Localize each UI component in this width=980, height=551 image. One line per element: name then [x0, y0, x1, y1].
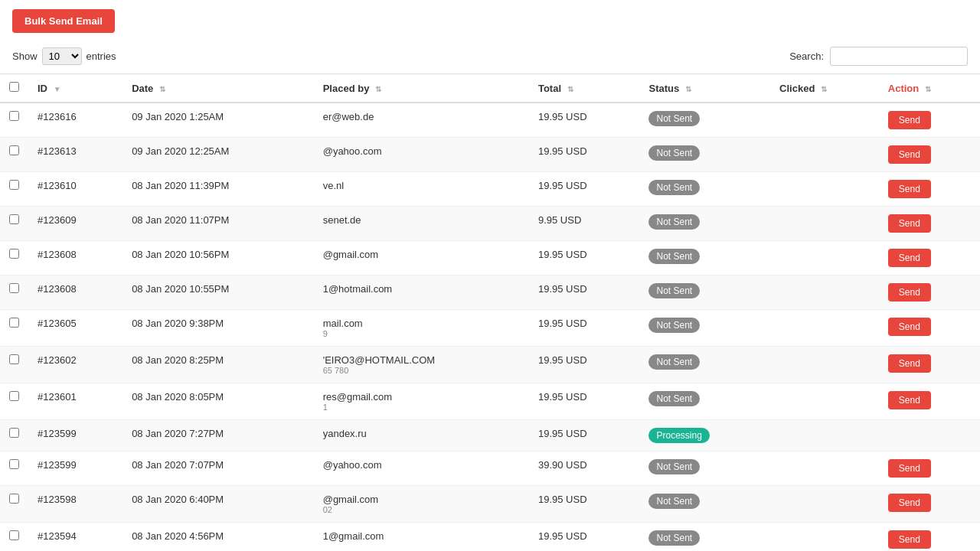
row-status: Not Sent: [639, 310, 770, 347]
send-button[interactable]: Send: [888, 145, 931, 164]
row-action: [879, 420, 980, 452]
status-badge: Not Sent: [648, 180, 700, 195]
header-placed-by: Placed by ⇅: [314, 74, 529, 103]
row-placed-by: er@web.de: [314, 103, 529, 138]
row-total: 19.95 USD: [529, 103, 640, 138]
row-checkbox[interactable]: [9, 180, 19, 190]
row-date: 08 Jan 2020 7:07PM: [122, 452, 314, 486]
select-all-checkbox[interactable]: [9, 82, 19, 92]
row-checkbox[interactable]: [9, 283, 19, 293]
row-checkbox-cell: [0, 486, 28, 523]
send-button[interactable]: Send: [888, 249, 931, 267]
row-date: 08 Jan 2020 11:07PM: [122, 207, 314, 241]
row-placed-by-extra: 65 780: [323, 366, 520, 375]
row-clicked: [770, 347, 879, 383]
row-checkbox[interactable]: [9, 111, 19, 121]
id-sort-icon[interactable]: ▼: [54, 85, 61, 93]
send-button[interactable]: Send: [888, 214, 931, 233]
row-date: 08 Jan 2020 9:38PM: [122, 310, 314, 347]
entries-label: entries: [87, 51, 116, 62]
row-id: #123594: [28, 523, 122, 552]
row-total: 19.95 USD: [529, 138, 640, 172]
row-placed-by: mail.com9: [314, 310, 529, 347]
row-placed-by: @yahoo.com: [314, 138, 529, 172]
row-total: 19.95 USD: [529, 383, 640, 420]
search-input[interactable]: [830, 47, 968, 66]
row-checkbox[interactable]: [9, 494, 19, 504]
table-row: #12360208 Jan 2020 8:25PM'EIRO3@HOTMAIL.…: [0, 347, 980, 383]
row-checkbox-cell: [0, 138, 28, 172]
row-action: Send: [879, 310, 980, 347]
date-sort-icon[interactable]: ⇅: [159, 85, 165, 93]
status-badge: Not Sent: [648, 283, 700, 298]
row-id: #123605: [28, 310, 122, 347]
status-badge: Not Sent: [648, 530, 700, 546]
send-button[interactable]: Send: [888, 391, 931, 409]
row-date: 08 Jan 2020 8:25PM: [122, 347, 314, 383]
table-row: #12361008 Jan 2020 11:39PMve.nl19.95 USD…: [0, 172, 980, 207]
send-button[interactable]: Send: [888, 494, 931, 512]
send-button[interactable]: Send: [888, 111, 931, 129]
row-checkbox-cell: [0, 383, 28, 420]
row-checkbox[interactable]: [9, 214, 19, 224]
table-row: #12360108 Jan 2020 8:05PMres@gmail.com11…: [0, 383, 980, 420]
table-row: #12361309 Jan 2020 12:25AM@yahoo.com19.9…: [0, 138, 980, 172]
entries-select[interactable]: 10 25 50 100: [42, 47, 82, 65]
row-checkbox[interactable]: [9, 318, 19, 328]
row-action: Send: [879, 138, 980, 172]
send-button[interactable]: Send: [888, 180, 931, 198]
row-clicked: [770, 241, 879, 276]
row-checkbox[interactable]: [9, 530, 19, 540]
row-status: Not Sent: [639, 452, 770, 486]
send-button[interactable]: Send: [888, 354, 931, 373]
row-status: Not Sent: [639, 276, 770, 310]
status-sort-icon[interactable]: ⇅: [685, 85, 691, 93]
total-sort-icon[interactable]: ⇅: [567, 85, 573, 93]
row-total: 19.95 USD: [529, 486, 640, 523]
send-button[interactable]: Send: [888, 459, 931, 478]
row-action: Send: [879, 172, 980, 207]
table-row: #12359808 Jan 2020 6:40PM@gmail.com0219.…: [0, 486, 980, 523]
row-clicked: [770, 420, 879, 452]
row-total: 19.95 USD: [529, 276, 640, 310]
header-checkbox-cell: [0, 74, 28, 103]
action-sort-icon[interactable]: ⇅: [925, 85, 931, 93]
row-date: 08 Jan 2020 10:56PM: [122, 241, 314, 276]
row-clicked: [770, 452, 879, 486]
row-placed-by: @gmail.com: [314, 241, 529, 276]
row-clicked: [770, 207, 879, 241]
row-checkbox-cell: [0, 172, 28, 207]
row-total: 19.95 USD: [529, 241, 640, 276]
send-button[interactable]: Send: [888, 283, 931, 302]
row-placed-by-extra: 1: [323, 403, 520, 412]
row-checkbox[interactable]: [9, 249, 19, 259]
placed-by-sort-icon[interactable]: ⇅: [375, 85, 381, 93]
table-row: #12359408 Jan 2020 4:56PM1@gmail.com19.9…: [0, 523, 980, 552]
row-action: Send: [879, 486, 980, 523]
send-button[interactable]: Send: [888, 530, 931, 549]
table-row: #12359908 Jan 2020 7:07PM@yahoo.com39.90…: [0, 452, 980, 486]
row-placed-by-extra: 02: [323, 505, 520, 514]
row-total: 19.95 USD: [529, 523, 640, 552]
row-id: #123598: [28, 486, 122, 523]
row-id: #123609: [28, 207, 122, 241]
row-id: #123613: [28, 138, 122, 172]
row-action: Send: [879, 207, 980, 241]
header-total: Total ⇅: [529, 74, 640, 103]
row-id: #123610: [28, 172, 122, 207]
table-body: #12361609 Jan 2020 1:25AMer@web.de19.95 …: [0, 103, 980, 551]
bulk-send-button[interactable]: Bulk Send Email: [12, 9, 115, 33]
row-checkbox[interactable]: [9, 428, 19, 438]
row-checkbox-cell: [0, 103, 28, 138]
row-clicked: [770, 276, 879, 310]
row-checkbox[interactable]: [9, 391, 19, 401]
header-status: Status ⇅: [639, 74, 770, 103]
row-checkbox[interactable]: [9, 354, 19, 364]
clicked-sort-icon[interactable]: ⇅: [821, 85, 827, 93]
table-row: #12360508 Jan 2020 9:38PMmail.com919.95 …: [0, 310, 980, 347]
row-checkbox[interactable]: [9, 145, 19, 155]
send-button[interactable]: Send: [888, 318, 931, 336]
row-status: Not Sent: [639, 523, 770, 552]
status-badge: Not Sent: [648, 459, 700, 474]
row-checkbox[interactable]: [9, 459, 19, 469]
